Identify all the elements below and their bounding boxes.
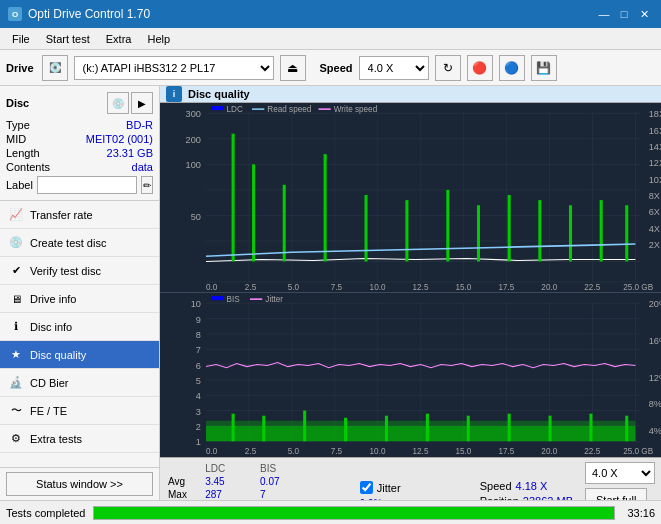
maximize-button[interactable]: □ xyxy=(615,5,633,23)
svg-rect-93 xyxy=(549,416,552,442)
svg-text:6X: 6X xyxy=(649,207,660,217)
menu-start-test[interactable]: Start test xyxy=(38,31,98,47)
menu-help[interactable]: Help xyxy=(139,31,178,47)
sidebar-item-disc-quality[interactable]: ★ Disc quality xyxy=(0,341,159,369)
svg-text:8%: 8% xyxy=(649,400,661,410)
svg-text:4X: 4X xyxy=(649,224,660,234)
svg-text:100: 100 xyxy=(186,160,201,170)
svg-rect-27 xyxy=(508,195,511,261)
label-input[interactable] xyxy=(37,176,137,194)
svg-rect-20 xyxy=(252,164,255,261)
sidebar-item-verify-test-disc[interactable]: ✔ Verify test disc xyxy=(0,257,159,285)
svg-rect-90 xyxy=(426,414,429,442)
eject-button[interactable]: ⏏ xyxy=(280,55,306,81)
jitter-checkbox[interactable] xyxy=(360,481,373,494)
sidebar-item-transfer-rate[interactable]: 📈 Transfer rate xyxy=(0,201,159,229)
disc-quality-header-icon: i xyxy=(166,86,182,102)
sidebar-item-disc-info[interactable]: ℹ Disc info xyxy=(0,313,159,341)
max-bis-value: 7 xyxy=(260,488,304,500)
transfer-rate-icon: 📈 xyxy=(8,207,24,223)
svg-text:25.0 GB: 25.0 GB xyxy=(623,447,653,456)
avg-row-label: Avg xyxy=(168,475,205,488)
svg-rect-22 xyxy=(324,154,327,261)
minimize-button[interactable]: — xyxy=(595,5,613,23)
svg-text:22.5: 22.5 xyxy=(584,447,600,456)
cd-bier-label: CD Bier xyxy=(30,377,69,389)
progress-bar xyxy=(94,507,614,519)
top-chart: 300 200 100 50 18X 16X 14X 12X 10X 8X 6X… xyxy=(160,103,661,293)
svg-rect-0 xyxy=(160,103,661,292)
jitter-speed-section: Jitter 9.9% 11.5% xyxy=(354,458,474,500)
type-label: Type xyxy=(6,119,30,131)
save-button[interactable]: 💾 xyxy=(531,55,557,81)
svg-rect-122 xyxy=(211,296,223,300)
svg-text:8: 8 xyxy=(196,330,201,340)
start-full-button[interactable]: Start full xyxy=(585,488,647,500)
svg-text:8X: 8X xyxy=(649,191,660,201)
svg-rect-92 xyxy=(508,414,511,442)
speed-select[interactable]: 4.0 X xyxy=(359,56,429,80)
disc-quality-icon: ★ xyxy=(8,347,24,363)
sidebar: Disc 💿 ▶ Type BD-R MID MEIT02 (001) Leng… xyxy=(0,86,160,500)
ldc-col-header: LDC xyxy=(205,462,260,475)
svg-text:10: 10 xyxy=(191,299,201,309)
svg-rect-21 xyxy=(283,185,286,262)
svg-rect-29 xyxy=(569,205,572,261)
svg-text:2X: 2X xyxy=(649,240,660,250)
menubar: File Start test Extra Help xyxy=(0,28,661,50)
bottom-chart-svg: 10 9 8 7 6 5 4 3 2 1 20% 16% 12% 8% 4% 0… xyxy=(160,293,661,457)
max-ldc-value: 287 xyxy=(205,488,260,500)
close-button[interactable]: ✕ xyxy=(635,5,653,23)
jitter-label: Jitter xyxy=(377,482,401,494)
position-value: 23862 MB xyxy=(523,495,573,500)
sidebar-item-drive-info[interactable]: 🖥 Drive info xyxy=(0,285,159,313)
drive-select[interactable]: (k:) ATAPI iHBS312 2 PL17 xyxy=(74,56,274,80)
speed-select2[interactable]: 4.0 X xyxy=(585,462,655,484)
menu-file[interactable]: File xyxy=(4,31,38,47)
settings-button1[interactable]: 🔴 xyxy=(467,55,493,81)
position-section: Speed 4.18 X Position 23862 MB Samples 3… xyxy=(474,458,579,500)
stats-panel: LDC BIS Avg 3.45 0.07 Max 287 7 xyxy=(160,457,661,500)
svg-marker-84 xyxy=(206,421,635,441)
svg-text:3: 3 xyxy=(196,407,201,417)
label-edit-btn[interactable]: ✏ xyxy=(141,176,153,194)
disc-icon-btn2[interactable]: ▶ xyxy=(131,92,153,114)
svg-rect-91 xyxy=(467,416,470,442)
svg-text:2: 2 xyxy=(196,422,201,432)
svg-text:0.0: 0.0 xyxy=(206,283,218,292)
transfer-rate-label: Transfer rate xyxy=(30,209,93,221)
svg-text:7: 7 xyxy=(196,345,201,355)
mid-value: MEIT02 (001) xyxy=(86,133,153,145)
svg-rect-25 xyxy=(446,190,449,262)
svg-rect-28 xyxy=(538,200,541,261)
menu-extra[interactable]: Extra xyxy=(98,31,140,47)
status-window-button[interactable]: Status window >> xyxy=(6,472,153,496)
main-layout: Disc 💿 ▶ Type BD-R MID MEIT02 (001) Leng… xyxy=(0,86,661,500)
svg-text:2.5: 2.5 xyxy=(245,447,257,456)
verify-test-disc-icon: ✔ xyxy=(8,263,24,279)
svg-text:15.0: 15.0 xyxy=(455,447,471,456)
sidebar-item-extra-tests[interactable]: ⚙ Extra tests xyxy=(0,425,159,453)
svg-text:12.5: 12.5 xyxy=(413,283,429,292)
speed-key: Speed xyxy=(480,480,512,492)
svg-rect-23 xyxy=(364,195,367,261)
sidebar-item-create-test-disc[interactable]: 💿 Create test disc xyxy=(0,229,159,257)
sidebar-item-fe-te[interactable]: 〜 FE / TE xyxy=(0,397,159,425)
sidebar-item-cd-bier[interactable]: 🔬 CD Bier xyxy=(0,369,159,397)
toolbar: Drive 💽 (k:) ATAPI iHBS312 2 PL17 ⏏ Spee… xyxy=(0,50,661,86)
fe-te-icon: 〜 xyxy=(8,403,24,419)
svg-text:BIS: BIS xyxy=(226,295,240,304)
disc-icon-btn1[interactable]: 💿 xyxy=(107,92,129,114)
svg-text:25.0 GB: 25.0 GB xyxy=(623,283,653,292)
svg-text:12X: 12X xyxy=(649,158,661,168)
refresh-button[interactable]: ↻ xyxy=(435,55,461,81)
stats-table: LDC BIS Avg 3.45 0.07 Max 287 7 xyxy=(160,458,354,500)
extra-tests-label: Extra tests xyxy=(30,433,82,445)
start-buttons-section: 4.0 X Start full Start part xyxy=(579,458,661,500)
drive-icon-btn[interactable]: 💽 xyxy=(42,55,68,81)
svg-text:22.5: 22.5 xyxy=(584,283,600,292)
verify-test-disc-label: Verify test disc xyxy=(30,265,101,277)
disc-section-title: Disc xyxy=(6,97,29,109)
settings-button2[interactable]: 🔵 xyxy=(499,55,525,81)
svg-text:12%: 12% xyxy=(649,373,661,383)
